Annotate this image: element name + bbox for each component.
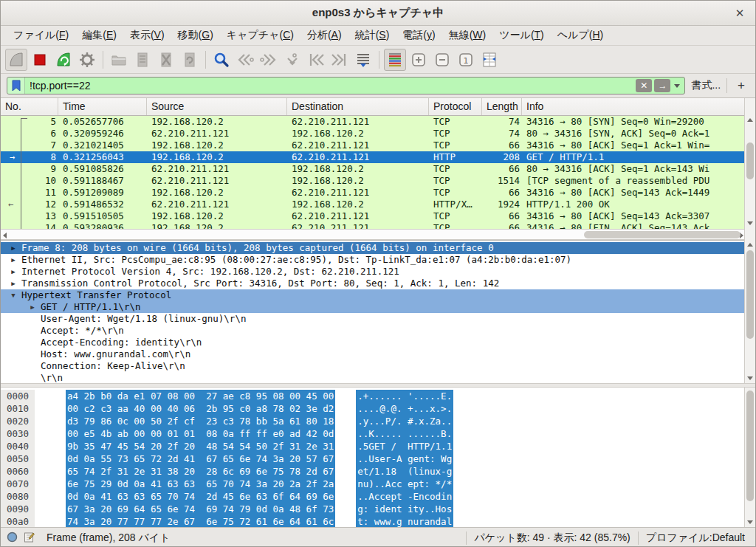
colorize-packets-icon[interactable] [384,49,406,71]
vscroll-down-arrow-icon[interactable] [747,221,753,225]
hex-bytes[interactable]: 74 3a 20 77 77 77 2e 67 6e 75 72 61 6e 6… [66,515,335,527]
detail-scroll-up-icon[interactable] [747,243,753,247]
packet-row[interactable]: 70.321021405192.168.120.262.210.211.121T… [1,140,746,151]
detail-line[interactable]: ▶GET / HTTP/1.1\r\n [1,301,746,313]
menu-item[interactable]: 移動(G) [171,27,220,44]
close-icon[interactable]: ✕ [733,7,746,20]
save-file-icon[interactable] [131,49,154,71]
vscroll-thumb[interactable] [746,142,754,179]
title-bar[interactable]: enp0s3 からキャプチャ中 ✕ [1,1,755,26]
hex-vscrollbar[interactable] [744,388,755,527]
detail-vscrollbar[interactable] [744,240,755,383]
hex-row[interactable]: 00500d 0a 55 73 65 72 2d 41 67 65 6e 74 … [1,453,746,465]
collapsed-arrow-icon[interactable]: ▶ [5,266,21,278]
vscroll-up-arrow-icon[interactable] [747,118,753,122]
menu-item[interactable]: 統計(S) [348,27,396,44]
detail-line[interactable]: ▶Frame 8: 208 bytes on wire (1664 bits),… [1,242,746,254]
menu-item[interactable]: 表示(V) [123,27,171,44]
collapsed-arrow-icon[interactable]: ▶ [5,278,21,289]
packet-list-vscrollbar[interactable] [744,98,755,240]
filter-clear-icon[interactable]: ✕ [636,79,652,92]
go-to-packet-icon[interactable] [281,49,303,71]
capture-options-icon[interactable] [76,49,98,71]
hex-bytes[interactable]: d3 79 86 0c 00 50 2f cf 23 c3 78 bb 5a 6… [66,415,335,427]
hex-row[interactable]: 001000 c2 c3 aa 40 00 40 06 2b 95 c0 a8 … [1,402,746,415]
hex-row[interactable]: 00a074 3a 20 77 77 77 2e 67 6e 75 72 61 … [1,515,746,527]
hex-bytes[interactable]: 67 3a 20 69 64 65 6e 74 69 74 79 0d 0a 4… [66,503,335,515]
hex-ascii[interactable]: ..User-A gent: Wg [356,453,453,465]
detail-scroll-down-icon[interactable] [747,376,753,380]
collapsed-arrow-icon[interactable]: ▶ [24,301,41,313]
restart-capture-icon[interactable] [52,49,75,71]
expert-info-icon[interactable] [7,531,18,545]
hex-bytes[interactable]: 00 c2 c3 aa 40 00 40 06 2b 95 c0 a8 78 0… [66,402,335,415]
collapsed-arrow-icon[interactable]: ▶ [5,242,21,254]
hex-bytes[interactable]: 0d 0a 55 73 65 72 2d 41 67 65 6e 74 3a 2… [66,453,335,465]
menu-item[interactable]: 無線(W) [442,27,493,44]
detail-line[interactable]: Accept: */*\r\n [1,325,746,337]
hex-ascii[interactable]: nu)..Acc ept: */* [356,478,453,490]
column-header-length[interactable]: Length [482,98,522,115]
hex-bytes[interactable]: 6e 75 29 0d 0a 41 63 63 65 70 74 3a 20 2… [66,478,335,490]
hex-ascii[interactable]: .+...... '.....E. [356,390,453,402]
stop-capture-icon[interactable] [29,49,51,71]
column-header-no[interactable]: No. [1,98,58,115]
detail-line[interactable]: ▶Transmission Control Protocol, Src Port… [1,278,746,289]
hex-ascii[interactable]: t: www.g nurandal [356,515,453,527]
packet-row[interactable]: 100.59118846762.210.211.121192.168.120.2… [1,175,746,187]
hex-bytes[interactable]: 9b 35 47 45 54 20 2f 20 48 54 54 50 2f 3… [66,440,335,453]
hex-ascii[interactable]: ....@.@. +...x.>. [356,402,453,415]
packet-row[interactable]: 110.591209089192.168.120.262.210.211.121… [1,187,746,199]
resize-columns-icon[interactable] [478,49,501,71]
hex-row[interactable]: 0000a4 2b b0 da e1 07 08 00 27 ae c8 95 … [1,390,746,402]
close-file-icon[interactable] [155,49,177,71]
profile-status[interactable]: プロファイル:Default [646,531,745,545]
add-filter-button[interactable]: + [733,78,749,93]
zoom-out-icon[interactable] [431,49,453,71]
hex-row[interactable]: 00800d 0a 41 63 63 65 70 74 2d 45 6e 63 … [1,490,746,503]
menu-item[interactable]: 分析(A) [300,27,348,44]
detail-line[interactable]: Connection: Keep-Alive\r\n [1,360,746,372]
detail-line[interactable]: ▶Internet Protocol Version 4, Src: 192.1… [1,266,746,278]
packet-list-hscrollbar[interactable] [1,229,746,240]
detail-line[interactable]: Host: www.gnurandal.com\r\n [1,348,746,360]
packet-row[interactable]: 50.052657706192.168.120.262.210.211.121T… [1,116,746,128]
display-filter-field[interactable]: ✕ → [7,77,685,94]
menu-item[interactable]: ヘルプ(H) [551,27,610,44]
menu-item[interactable]: ファイル(F) [7,27,75,44]
hex-scroll-down-icon[interactable] [747,520,753,524]
packet-row[interactable]: 120.59148653262.210.211.121192.168.120.2… [1,199,746,210]
packet-row[interactable]: 80.321256043192.168.120.262.210.211.121H… [1,151,746,163]
hex-ascii[interactable]: ..Accept -Encodin [356,490,453,503]
packet-row[interactable]: 140.593280936192.168.120.262.210.211.121… [1,222,746,229]
filter-expression-button[interactable]: 書式... [691,79,721,92]
packet-row[interactable]: 60.32095924662.210.211.121192.168.120.2T… [1,128,746,140]
packet-row[interactable]: 130.591510505192.168.120.262.210.211.121… [1,210,746,222]
column-header-protocol[interactable]: Protocol [429,98,482,115]
hex-bytes[interactable]: 0d 0a 41 63 63 65 70 74 2d 45 6e 63 6f 6… [66,490,335,503]
menu-item[interactable]: キャプチャ(C) [220,27,300,44]
column-header-info[interactable]: Info [522,98,746,115]
hex-ascii[interactable]: ..K..... ......B. [356,427,453,440]
expanded-arrow-icon[interactable]: ▼ [5,289,21,301]
detail-line[interactable]: ▼Hypertext Transfer Protocol [1,289,746,301]
menu-item[interactable]: 編集(E) [75,27,123,44]
hex-row[interactable]: 006065 74 2f 31 2e 31 38 20 28 6c 69 6e … [1,465,746,478]
detail-line[interactable]: \r\n [1,372,746,383]
filter-bookmark-icon[interactable] [7,78,25,94]
hex-row[interactable]: 009067 3a 20 69 64 65 6e 74 69 74 79 0d … [1,503,746,515]
collapsed-arrow-icon[interactable]: ▶ [5,254,21,266]
normal-size-icon[interactable]: 1 [455,49,477,71]
filter-dropdown-icon[interactable] [674,84,680,88]
go-forward-icon[interactable] [258,49,280,71]
packet-row[interactable]: 90.59108582662.210.211.121192.168.120.2T… [1,163,746,175]
go-first-icon[interactable] [305,49,327,71]
detail-line[interactable]: User-Agent: Wget/1.18 (linux-gnu)\r\n [1,313,746,325]
column-header-destination[interactable]: Destination [287,98,429,115]
open-file-icon[interactable] [108,49,130,71]
detail-line[interactable]: Accept-Encoding: identity\r\n [1,337,746,348]
hscroll-thumb[interactable] [584,231,740,238]
hex-row[interactable]: 003000 e5 4b ab 00 00 01 01 08 0a ff ff … [1,427,746,440]
hex-scroll-thumb[interactable] [746,391,754,501]
detail-line[interactable]: ▶Ethernet II, Src: PcsCompu_ae:c8:95 (08… [1,254,746,266]
